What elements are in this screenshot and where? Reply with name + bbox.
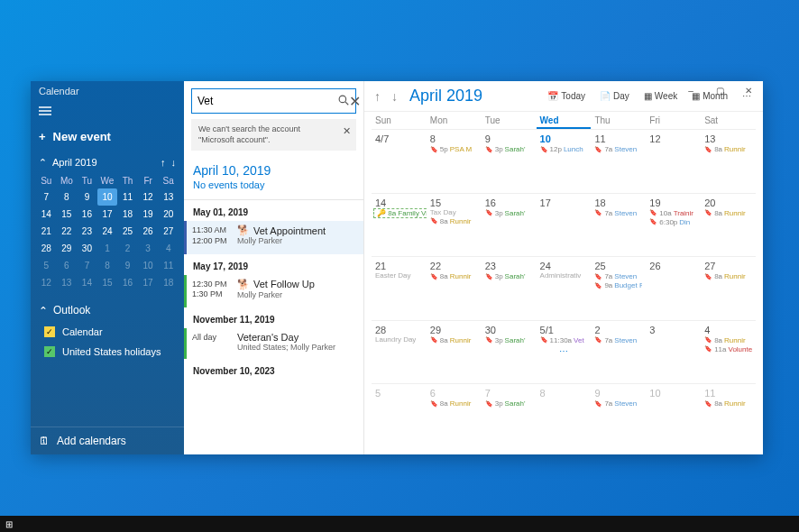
calendar-event[interactable]: 🔖8a Runnir [704, 399, 752, 408]
calendar-checkbox-item[interactable]: ✓Calendar [39, 322, 176, 342]
calendar-event[interactable]: 🔖5p PSA M [430, 145, 478, 153]
calendar-event[interactable]: 🔖9a Budget P [594, 281, 642, 289]
hamburger-icon[interactable] [31, 101, 184, 123]
calendar-event[interactable]: 🔖6:30p Din [649, 218, 697, 226]
account-toggle[interactable]: ⌄ Outlook [39, 298, 176, 322]
calendar-event[interactable]: 🔖3p Sarah' [485, 145, 533, 153]
calendar-event[interactable]: 🔖3p Sarah' [485, 209, 533, 217]
mini-day-cell[interactable]: 16 [117, 274, 138, 291]
calendar-cell[interactable]: 23🔖3p Sarah' [482, 256, 537, 320]
calendar-cell[interactable]: 2🔖7a Steven [591, 320, 646, 384]
calendar-cell[interactable]: 3 [646, 320, 701, 384]
calendar-cell[interactable]: 26 [646, 256, 701, 320]
calendar-event[interactable]: 🔖7a Steven [594, 145, 642, 153]
mini-day-cell[interactable]: 23 [77, 223, 97, 240]
mini-day-cell[interactable]: 11 [158, 257, 179, 274]
mini-day-cell[interactable]: 7 [77, 257, 97, 274]
mini-day-cell[interactable]: 4 [158, 240, 179, 257]
calendar-cell[interactable]: 25🔖7a Steven🔖9a Budget P [591, 256, 646, 320]
calendar-cell[interactable]: 11🔖7a Steven [591, 129, 646, 193]
calendar-cell[interactable]: 22🔖8a Runnir [427, 256, 482, 320]
arrow-down-icon[interactable]: ↓ [171, 157, 177, 168]
mini-day-cell[interactable]: 13 [57, 274, 78, 291]
calendar-event[interactable]: 🔖8a Runnir [704, 209, 752, 217]
calendar-cell[interactable]: 4/7 [372, 129, 427, 193]
mini-day-cell[interactable]: 10 [138, 257, 159, 274]
calendar-cell[interactable]: 15Tax Day🔖8a Runnir [427, 193, 482, 257]
calendar-event[interactable]: 🔖8a Runnir [704, 336, 752, 344]
mini-day-cell[interactable]: 24 [97, 223, 118, 240]
more-events-icon[interactable]: ⋯ [540, 344, 588, 358]
mini-day-cell[interactable]: 29 [57, 240, 78, 257]
multiday-event[interactable]: 🔑 8a Family Visiting [373, 208, 427, 218]
calendar-cell[interactable]: 6🔖8a Runnir [427, 383, 482, 447]
calendar-cell[interactable]: 5/1🔖11:30a Vet⋯ [537, 320, 592, 384]
calendar-cell[interactable]: 24Administrativ [537, 256, 592, 320]
search-result-item[interactable]: 11:30 AM12:00 PM 🐕Vet Appointment Molly … [184, 221, 363, 253]
mini-day-cell[interactable]: 12 [36, 274, 57, 291]
add-calendars-button[interactable]: 🗓 Add calendars [31, 427, 184, 454]
calendar-cell[interactable]: 8 [537, 383, 592, 447]
calendar-event[interactable]: 🔖8a Runnir [704, 272, 752, 280]
mini-day-cell[interactable]: 2 [117, 240, 138, 257]
mini-day-cell[interactable]: 16 [77, 206, 97, 223]
calendar-event[interactable]: 🔖8a Runnir [430, 336, 478, 344]
close-warning-icon[interactable]: ✕ [343, 124, 351, 137]
calendar-event[interactable]: 🔖8a Runnir [430, 272, 478, 280]
mini-day-cell[interactable]: 7 [36, 188, 57, 206]
new-event-button[interactable]: + New event [31, 123, 184, 152]
mini-day-cell[interactable]: 25 [117, 223, 138, 240]
mini-day-cell[interactable]: 17 [138, 274, 159, 291]
clear-search-icon[interactable]: ✕ [349, 93, 361, 110]
search-input[interactable] [192, 95, 338, 107]
calendar-cell[interactable]: 9🔖7a Steven [591, 383, 646, 447]
mini-day-cell[interactable]: 10 [97, 188, 118, 206]
calendar-event[interactable]: 🔖3p Sarah' [485, 399, 533, 408]
mini-day-cell[interactable]: 14 [36, 206, 57, 223]
mini-day-cell[interactable]: 9 [77, 188, 97, 206]
mini-day-cell[interactable]: 30 [77, 240, 97, 257]
calendar-cell[interactable]: 9🔖3p Sarah' [482, 129, 537, 193]
calendar-event[interactable]: 🔖12p Lunch [540, 145, 588, 153]
calendar-event[interactable]: 🔖7a Steven [594, 399, 642, 408]
calendar-cell[interactable]: 4🔖8a Runnir🔖11a Voluntee [701, 320, 756, 384]
search-icon[interactable] [338, 93, 349, 109]
mini-day-cell[interactable]: 22 [57, 223, 78, 240]
calendar-cell[interactable]: 14🔑 8a Family Visiting [372, 193, 427, 257]
mini-day-cell[interactable]: 3 [138, 240, 159, 257]
mini-day-cell[interactable]: 8 [97, 257, 118, 274]
mini-day-cell[interactable]: 1 [97, 240, 118, 257]
mini-day-cell[interactable]: 18 [117, 206, 138, 223]
nav-down-icon[interactable]: ↓ [389, 87, 400, 105]
arrow-up-icon[interactable]: ↑ [161, 157, 166, 168]
calendar-cell[interactable]: 29🔖8a Runnir [427, 320, 482, 384]
calendar-cell[interactable]: 28Laundry Day [372, 320, 427, 384]
calendar-event[interactable]: 🔖11a Voluntee [704, 345, 752, 353]
calendar-cell[interactable]: 21Easter Day [372, 256, 427, 320]
mini-day-cell[interactable]: 12 [138, 188, 159, 206]
calendar-cell[interactable]: 30🔖3p Sarah' [482, 320, 537, 384]
calendar-cell[interactable]: 19🔖10a Trainir🔖6:30p Din [646, 193, 701, 257]
minimize-button[interactable]: – [676, 81, 705, 101]
calendar-cell[interactable]: 8🔖5p PSA M [427, 129, 482, 193]
mini-day-cell[interactable]: 9 [117, 257, 138, 274]
mini-day-cell[interactable]: 6 [57, 257, 78, 274]
calendar-event[interactable]: 🔖7a Steven [594, 272, 642, 280]
chevron-up-icon[interactable]: ⌄ [39, 156, 47, 168]
calendar-cell[interactable]: 7🔖3p Sarah' [482, 383, 537, 447]
calendar-event[interactable]: 🔖11:30a Vet [540, 336, 588, 344]
calendar-cell[interactable]: 27🔖8a Runnir [701, 256, 756, 320]
search-result-item[interactable]: 12:30 PM1:30 PM 🐕Vet Follow Up Molly Par… [184, 275, 363, 307]
start-icon[interactable]: ⊞ [5, 519, 13, 529]
mini-day-cell[interactable]: 5 [36, 257, 57, 274]
calendar-event[interactable]: 🔖3p Sarah' [485, 336, 533, 344]
taskbar[interactable]: ⊞ [0, 516, 799, 532]
mini-day-cell[interactable]: 21 [36, 223, 57, 240]
calendar-cell[interactable]: 5 [372, 383, 427, 447]
calendar-cell[interactable]: 11🔖8a Runnir [701, 383, 756, 447]
calendar-cell[interactable]: 17 [537, 193, 592, 257]
mini-day-cell[interactable]: 19 [138, 206, 159, 223]
mini-day-cell[interactable]: 20 [158, 206, 179, 223]
search-result-item[interactable]: All day Veteran's Day United States; Mol… [184, 328, 363, 359]
mini-day-cell[interactable]: 15 [97, 274, 118, 291]
